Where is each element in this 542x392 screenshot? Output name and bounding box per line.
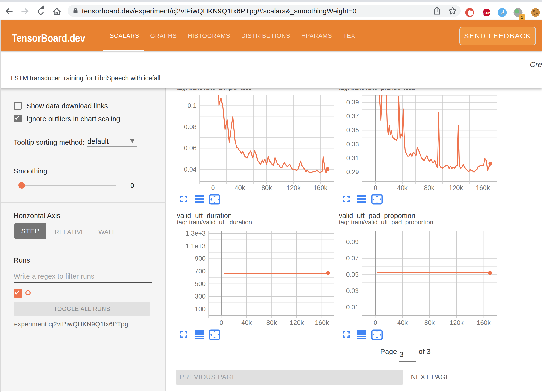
svg-text:160k: 160k [315, 319, 329, 326]
svg-text:0.07: 0.07 [346, 255, 359, 262]
svg-text:700: 700 [195, 268, 206, 275]
svg-text:0.33: 0.33 [346, 141, 359, 148]
svg-text:0.01: 0.01 [346, 304, 359, 311]
svg-text:160k: 160k [477, 319, 491, 326]
svg-text:500: 500 [195, 280, 206, 288]
svg-text:80k: 80k [424, 319, 435, 326]
svg-text:0: 0 [374, 319, 377, 326]
svg-text:80k: 80k [261, 184, 272, 191]
svg-text:0.08: 0.08 [184, 123, 196, 131]
svg-text:0.04: 0.04 [184, 166, 196, 173]
svg-text:40k: 40k [235, 184, 245, 191]
svg-text:40k: 40k [397, 184, 408, 191]
svg-text:0.37: 0.37 [346, 113, 359, 120]
svg-text:80k: 80k [424, 184, 434, 191]
svg-text:160k: 160k [313, 184, 328, 191]
svg-text:900: 900 [195, 255, 206, 262]
svg-text:0: 0 [211, 184, 215, 191]
svg-text:1.3e+3: 1.3e+3 [186, 230, 206, 237]
svg-text:0.39: 0.39 [346, 99, 359, 106]
svg-text:0.31: 0.31 [346, 155, 359, 162]
svg-text:40k: 40k [397, 319, 408, 326]
svg-text:0.03: 0.03 [346, 287, 359, 294]
svg-text:0.06: 0.06 [184, 144, 196, 152]
svg-text:120k: 120k [287, 184, 301, 191]
svg-text:0.35: 0.35 [346, 127, 359, 134]
svg-text:100: 100 [195, 306, 206, 313]
svg-text:0: 0 [219, 319, 223, 326]
svg-text:1: 1 [521, 15, 523, 20]
svg-text:0.09: 0.09 [346, 238, 359, 246]
svg-text:40k: 40k [241, 319, 252, 326]
svg-text:1.1e+3: 1.1e+3 [186, 242, 206, 250]
svg-text:ABP: ABP [483, 11, 490, 14]
svg-text:tag: train/valid_utt_pad_propo: tag: train/valid_utt_pad_proportion [339, 219, 433, 226]
svg-text:120k: 120k [290, 319, 304, 326]
svg-text:160k: 160k [476, 184, 490, 191]
svg-text:120k: 120k [450, 319, 464, 326]
svg-text:0.1: 0.1 [187, 102, 196, 109]
svg-text:0: 0 [374, 184, 377, 191]
svg-text:tag: train/valid_simple_loss: tag: train/valid_simple_loss [177, 89, 252, 91]
svg-text:80k: 80k [266, 319, 277, 326]
svg-text:tag: train/valid_utt_duration: tag: train/valid_utt_duration [177, 219, 252, 226]
svg-text:300: 300 [195, 293, 206, 300]
svg-text:tag: train/valid_pruned_loss: tag: train/valid_pruned_loss [339, 89, 415, 91]
svg-text:0.05: 0.05 [346, 271, 359, 278]
svg-text:0.29: 0.29 [346, 168, 359, 176]
svg-text:120k: 120k [449, 184, 463, 191]
